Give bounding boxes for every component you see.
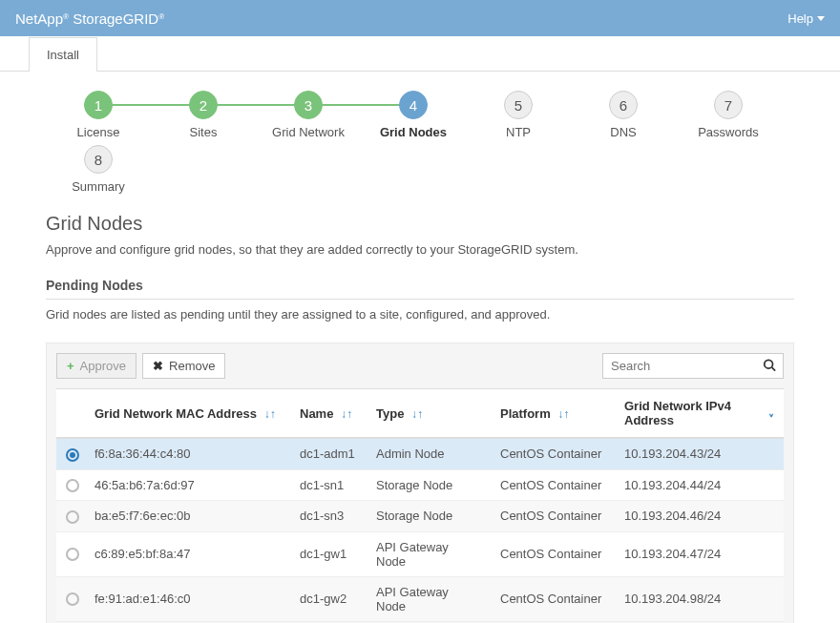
x-icon: ✖: [153, 359, 163, 373]
radio-icon: [66, 510, 79, 524]
step-label: Sites: [190, 125, 218, 139]
chevron-down-icon: ˅: [768, 413, 774, 426]
cell-mac: c6:89:e5:bf:8a:47: [85, 531, 290, 576]
help-label: Help: [788, 11, 813, 26]
cell-mac: 46:5a:b6:7a:6d:97: [85, 469, 290, 501]
sort-icon: ↓↑: [557, 407, 569, 421]
step-number: 5: [504, 91, 533, 119]
step-number: 4: [399, 91, 428, 119]
brand-netapp: NetApp: [15, 10, 63, 27]
step-passwords[interactable]: 7Passwords: [676, 91, 781, 139]
step-label: Passwords: [698, 125, 759, 139]
brand: NetApp® StorageGRID®: [15, 10, 164, 27]
cell-platform: CentOS Container: [491, 531, 615, 576]
cell-name: dc1-gw1: [290, 531, 367, 576]
col-select: [56, 389, 85, 439]
cell-type: API Gateway Node: [367, 531, 491, 576]
step-label: License: [77, 125, 120, 139]
row-select[interactable]: [56, 501, 85, 532]
table-row[interactable]: f6:8a:36:44:c4:80dc1-adm1Admin NodeCentO…: [56, 438, 784, 469]
radio-icon: [66, 592, 79, 606]
cell-name: dc1-sn3: [290, 501, 367, 532]
content: 1License2Sites3Grid Network4Grid Nodes5N…: [0, 72, 840, 623]
pending-heading: Pending Nodes: [46, 278, 794, 300]
step-number: 3: [294, 91, 323, 119]
cell-name: dc1-adm1: [290, 438, 367, 469]
cell-type: API Gateway Node: [367, 576, 491, 621]
radio-icon: [66, 448, 79, 462]
sort-icon: ↓↑: [264, 407, 276, 421]
cell-platform: CentOS Container: [491, 576, 615, 621]
step-license[interactable]: 1License: [46, 91, 151, 139]
col-ipv4[interactable]: Grid Network IPv4 Address ˅: [615, 389, 784, 439]
step-label: Grid Network: [272, 125, 345, 139]
table-row[interactable]: 46:5a:b6:7a:6d:97dc1-sn1Storage NodeCent…: [56, 469, 784, 501]
row-select[interactable]: [56, 438, 85, 469]
col-platform-label: Platform: [500, 406, 551, 421]
col-platform[interactable]: Platform ↓↑: [491, 389, 615, 439]
help-menu[interactable]: Help: [788, 11, 825, 26]
table-body: f6:8a:36:44:c4:80dc1-adm1Admin NodeCentO…: [56, 438, 784, 621]
cell-name: dc1-gw2: [290, 576, 367, 621]
col-name[interactable]: Name ↓↑: [290, 389, 367, 439]
step-summary[interactable]: 8Summary: [46, 145, 151, 194]
row-select[interactable]: [56, 576, 85, 621]
plus-icon: +: [67, 359, 74, 373]
cell-type: Admin Node: [367, 438, 491, 469]
approve-button[interactable]: + Approve: [56, 353, 136, 379]
cell-ipv4: 10.193.204.47/24: [615, 531, 784, 576]
tab-label: Install: [47, 48, 79, 62]
step-dns[interactable]: 6DNS: [571, 91, 676, 139]
tab-install[interactable]: Install: [29, 37, 97, 72]
table-row[interactable]: ba:e5:f7:6e:ec:0bdc1-sn3Storage NodeCent…: [56, 501, 784, 532]
cell-ipv4: 10.193.204.98/24: [615, 576, 784, 621]
row-select[interactable]: [56, 531, 85, 576]
cell-platform: CentOS Container: [491, 469, 615, 501]
table-row[interactable]: c6:89:e5:bf:8a:47dc1-gw1API Gateway Node…: [56, 531, 784, 576]
pending-table: Grid Network MAC Address ↓↑ Name ↓↑ Type…: [56, 388, 784, 622]
approve-label: Approve: [80, 359, 126, 373]
cell-mac: fe:91:ad:e1:46:c0: [85, 576, 290, 621]
search-wrap: [602, 353, 784, 379]
top-bar: NetApp® StorageGRID® Help: [0, 0, 840, 36]
sort-icon: ↓↑: [411, 407, 423, 421]
step-number: 1: [84, 91, 113, 119]
radio-icon: [66, 548, 79, 561]
search-input[interactable]: [602, 353, 784, 379]
cell-platform: CentOS Container: [491, 501, 615, 532]
step-label: Grid Nodes: [380, 125, 447, 139]
cell-name: dc1-sn1: [290, 469, 367, 501]
toolbar: + Approve ✖ Remove: [56, 353, 784, 379]
cell-type: Storage Node: [367, 469, 491, 501]
step-grid-nodes[interactable]: 4Grid Nodes: [361, 91, 466, 139]
step-label: Summary: [72, 179, 125, 194]
step-label: NTP: [506, 125, 531, 139]
col-type[interactable]: Type ↓↑: [367, 389, 491, 439]
col-name-label: Name: [300, 406, 333, 421]
caret-down-icon: [817, 16, 825, 21]
step-grid-network[interactable]: 3Grid Network: [256, 91, 361, 139]
table-row[interactable]: fe:91:ad:e1:46:c0dc1-gw2API Gateway Node…: [56, 576, 784, 621]
cell-ipv4: 10.193.204.44/24: [615, 469, 784, 501]
step-sites[interactable]: 2Sites: [151, 91, 256, 139]
remove-label: Remove: [169, 359, 215, 373]
cell-platform: CentOS Container: [491, 438, 615, 469]
step-ntp[interactable]: 5NTP: [466, 91, 571, 139]
reg-mark-icon: ®: [63, 12, 69, 21]
brand-storagegrid: StorageGRID: [73, 10, 158, 27]
cell-ipv4: 10.193.204.46/24: [615, 501, 784, 532]
cell-mac: f6:8a:36:44:c4:80: [85, 438, 290, 469]
sort-icon: ↓↑: [341, 407, 352, 421]
reg-mark-icon: ®: [158, 12, 164, 21]
wizard-stepper: 1License2Sites3Grid Network4Grid Nodes5N…: [46, 91, 794, 194]
cell-type: Storage Node: [367, 501, 491, 532]
page-desc: Approve and configure grid nodes, so tha…: [46, 242, 794, 257]
col-type-label: Type: [376, 406, 404, 421]
col-mac[interactable]: Grid Network MAC Address ↓↑: [85, 389, 290, 439]
pending-desc: Grid nodes are listed as pending until t…: [46, 307, 794, 322]
step-label: DNS: [610, 125, 636, 139]
remove-button[interactable]: ✖ Remove: [142, 353, 225, 379]
row-select[interactable]: [56, 469, 85, 501]
page-title: Grid Nodes: [46, 213, 794, 235]
col-ipv4-label: Grid Network IPv4 Address: [624, 399, 731, 427]
